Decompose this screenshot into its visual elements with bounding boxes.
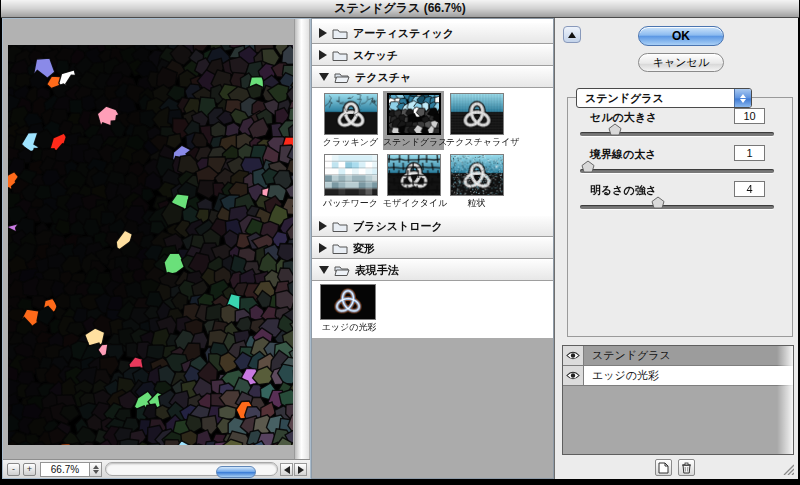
resize-grip[interactable] [782,463,794,475]
filter-gallery-dialog: ステンドグラス (66.7%) - + 66.7% [0,0,800,485]
visibility-toggle[interactable] [563,366,584,386]
category-label: スケッチ [353,48,398,63]
filter-thumbnail-image[interactable] [387,154,441,196]
filter-thumb-label: パッチワーク [320,197,381,210]
filter-thumb-glowing-edges[interactable]: エッジの光彩 [320,284,380,334]
filter-thumb-label: モザイクタイル [383,197,444,210]
filter-thumbnail-image[interactable] [387,93,441,135]
dropdown-stepper-icon [734,89,751,107]
filter-thumb-texturizer[interactable]: テクスチャライザ [446,91,507,150]
filter-select-value: ステンドグラス [577,91,734,106]
filter-thumb-label: エッジの光彩 [320,321,378,334]
preview-pane: - + 66.7% [2,18,311,479]
image-preview[interactable] [8,45,293,445]
slider-track[interactable] [580,169,774,173]
texture-thumbnail-grid: クラッキング ステンドグラス テクスチャライザ パッチワーク モザイクタイル [312,88,553,215]
stepper-down-icon [93,470,99,474]
title-bar[interactable]: ステンドグラス (66.7%) [1,0,799,18]
arrow-left-icon [284,466,290,474]
category-distort[interactable]: 変形 [312,237,553,259]
delete-effect-layer-button[interactable] [678,459,695,476]
open-folder-icon [334,71,350,83]
category-label: 変形 [353,241,375,256]
filter-thumb-label: クラッキング [320,136,381,149]
slider-light-intensity: 明るさの強さ 4 [568,183,794,217]
category-texture[interactable]: テクスチャ [312,66,553,88]
arrow-right-icon [298,466,304,474]
slider-label: 明るさの強さ [590,183,657,198]
collapse-browser-button[interactable] [563,26,581,43]
scrollbar-thumb[interactable] [216,466,256,478]
ok-button[interactable]: OK [638,26,724,46]
zoom-in-button[interactable]: + [23,463,36,476]
slider-label: セルの大きさ [590,110,657,125]
filter-thumb-mosaic-tiles[interactable]: モザイクタイル [383,152,444,211]
disclosure-collapsed-icon [319,243,327,253]
filter-thumb-label: 粒状 [446,197,507,210]
zoom-out-button[interactable]: - [7,463,20,476]
category-label: ブラシストローク [353,219,443,234]
category-label: 表現手法 [355,263,399,278]
slider-thumb[interactable] [581,160,595,173]
collapse-arrow-icon [568,32,576,38]
dialog-title: ステンドグラス (66.7%) [334,0,465,17]
disclosure-collapsed-icon [319,28,327,38]
filter-thumbnail-image[interactable] [320,284,376,320]
slider-thumb[interactable] [608,123,622,136]
stylize-thumbnail-row: エッジの光彩 [312,281,553,338]
filter-select[interactable]: ステンドグラス [576,88,752,108]
open-folder-icon [334,264,350,276]
slider-value-field[interactable]: 1 [734,145,765,161]
trash-icon [681,462,692,474]
disclosure-expanded-icon [319,266,329,274]
slider-thumb[interactable] [651,196,665,209]
effect-layer-row-stained-glass[interactable]: ステンドグラス [563,346,793,366]
cancel-button[interactable]: キャンセル [638,53,724,72]
filter-thumbnail-image[interactable] [324,93,378,135]
filter-browser-pane: アーティスティック スケッチ テクスチャ クラッキング ステンドグラス [311,18,554,479]
stepper-up-icon [93,465,99,469]
new-effect-layer-button[interactable] [655,459,672,476]
disclosure-collapsed-icon [319,50,327,60]
slider-value-field[interactable]: 4 [734,181,765,197]
filter-settings-group: ステンドグラス セルの大きさ 10 境界線の太さ 1 明るさの強さ 4 [567,97,793,337]
filter-thumb-stained-glass[interactable]: ステンドグラス [383,91,444,150]
settings-pane: OK キャンセル ステンドグラス セルの大きさ 10 境界線の太さ 1 [554,18,798,479]
folder-icon [332,27,348,39]
category-label: テクスチャ [355,70,411,85]
filter-thumbnail-image[interactable] [324,154,378,196]
visibility-toggle[interactable] [563,346,584,366]
filter-thumb-patchwork[interactable]: パッチワーク [320,152,381,211]
filter-thumbnail-image[interactable] [450,154,504,196]
category-label: アーティスティック [353,26,454,41]
scroll-right-button[interactable] [294,463,307,476]
slider-cell-size: セルの大きさ 10 [568,110,794,144]
vertical-scrollbar[interactable] [294,19,309,459]
folder-icon [332,49,348,61]
category-stylize[interactable]: 表現手法 [312,259,553,281]
eye-icon [566,351,580,360]
category-brush-strokes[interactable]: ブラシストローク [312,215,553,237]
slider-label: 境界線の太さ [590,147,657,162]
effect-layer-row-glowing-edges[interactable]: エッジの光彩 [563,366,793,386]
zoom-level-field[interactable]: 66.7% [40,462,90,477]
filter-thumb-label: ステンドグラス [383,136,444,149]
effect-layer-list: ステンドグラス エッジの光彩 [562,345,794,455]
scroll-left-button[interactable] [280,463,293,476]
new-layer-icon [658,462,669,474]
horizontal-scrollbar[interactable] [105,462,278,476]
filter-thumb-grain[interactable]: 粒状 [446,152,507,211]
slider-value-field[interactable]: 10 [734,108,765,124]
category-sketch[interactable]: スケッチ [312,44,553,66]
filter-thumbnail-image[interactable] [450,93,504,135]
disclosure-collapsed-icon [319,221,327,231]
category-artistic[interactable]: アーティスティック [312,22,553,44]
eye-icon [566,371,580,380]
effect-layer-name[interactable]: エッジの光彩 [584,366,793,386]
filter-thumb-craquelure[interactable]: クラッキング [320,91,381,150]
filter-category-list: アーティスティック スケッチ テクスチャ クラッキング ステンドグラス [312,19,553,334]
slider-track[interactable] [580,205,774,209]
zoom-stepper[interactable] [90,462,102,477]
filter-thumb-label: テクスチャライザ [446,136,507,149]
effect-layer-name[interactable]: ステンドグラス [584,346,793,366]
